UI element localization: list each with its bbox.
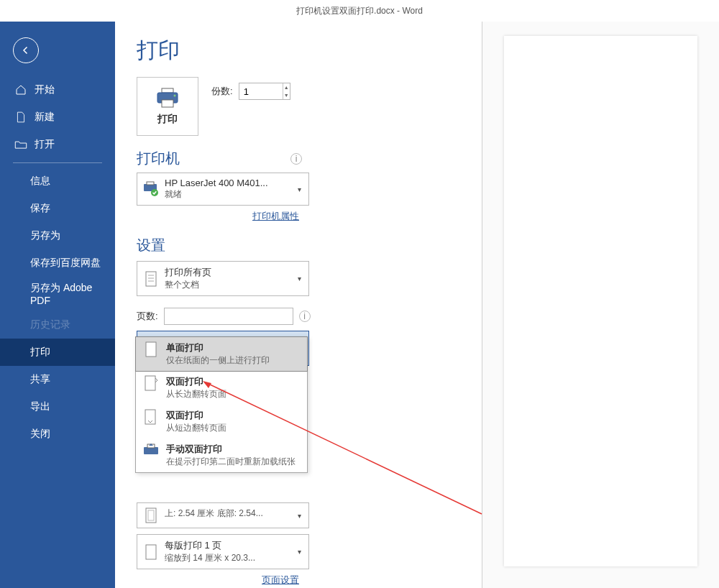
printer-dropdown[interactable]: HP LaserJet 400 M401... 就绪 ▾ (137, 173, 309, 206)
single-page-icon (142, 341, 160, 357)
printer-icon (155, 87, 180, 109)
copies-label: 份数: (211, 85, 233, 98)
sidebar-item-new[interactable]: 新建 (0, 104, 115, 131)
sidebar-item-home[interactable]: 开始 (0, 76, 115, 104)
sidebar-item-info[interactable]: 信息 (0, 167, 115, 195)
sidebar-item-close[interactable]: 关闭 (0, 421, 115, 448)
print-button[interactable]: 打印 (137, 77, 198, 136)
printer-heading: 打印机 (137, 149, 180, 168)
print-preview (482, 22, 719, 588)
sidebar-label: 新建 (35, 111, 55, 124)
sidebar-item-share[interactable]: 共享 (0, 366, 115, 393)
duplex-long-icon (142, 375, 160, 391)
pages-label: 页数: (137, 310, 158, 323)
backstage-sidebar: 开始 新建 打开 信息 保存 另存为 保存到百度网盘 另存为 Adobe PDF… (0, 22, 115, 588)
info-icon[interactable]: i (299, 311, 311, 322)
svg-rect-14 (146, 545, 156, 559)
sheet-icon (142, 539, 160, 564)
svg-point-3 (174, 95, 176, 97)
sides-option-duplex-long[interactable]: 双面打印从长边翻转页面 (136, 371, 307, 405)
print-button-label: 打印 (157, 113, 178, 126)
pages-per-sheet-dropdown[interactable]: 每版打印 1 页缩放到 14 厘米 x 20.3... ▾ (137, 534, 309, 569)
sidebar-item-save-baidu[interactable]: 保存到百度网盘 (0, 249, 115, 277)
sidebar-label: 打开 (35, 138, 55, 151)
chevron-down-icon: ▾ (294, 507, 304, 523)
sides-option-single[interactable]: 单面打印仅在纸面的一侧上进行打印 (135, 336, 308, 372)
margins-icon (142, 507, 160, 523)
svg-rect-5 (147, 182, 154, 185)
sidebar-item-print[interactable]: 打印 (0, 339, 115, 366)
sides-option-duplex-short[interactable]: 双面打印从短边翻转页面 (136, 405, 307, 438)
page-setup-link[interactable]: 页面设置 (137, 574, 299, 587)
document-icon (14, 111, 27, 124)
document-icon (142, 266, 160, 291)
svg-rect-17 (145, 410, 155, 424)
spinner-up[interactable]: ▲ (283, 83, 290, 91)
spinner-down[interactable]: ▼ (283, 91, 290, 99)
back-button[interactable] (13, 37, 39, 63)
svg-rect-0 (162, 88, 173, 93)
svg-rect-7 (146, 272, 156, 286)
svg-rect-16 (145, 376, 155, 390)
copies-input[interactable] (239, 86, 283, 97)
sides-dropdown-menu: 单面打印仅在纸面的一侧上进行打印 双面打印从长边翻转页面 双面打印从短边翻转页面… (135, 336, 308, 473)
sidebar-item-export[interactable]: 导出 (0, 393, 115, 421)
sides-option-manual-duplex[interactable]: 手动双面打印在提示打印第二面时重新加载纸张 (136, 438, 307, 472)
sidebar-item-history: 历史记录 (0, 311, 115, 339)
duplex-short-icon (142, 409, 160, 425)
info-icon[interactable]: i (290, 153, 302, 165)
print-scope-dropdown[interactable]: 打印所有页整个文档 ▾ (137, 261, 309, 296)
sidebar-label: 开始 (35, 83, 55, 96)
document-title: 打印机设置双面打印.docx - Word (296, 5, 423, 17)
home-icon (14, 83, 27, 96)
svg-rect-2 (162, 100, 173, 107)
sidebar-item-save[interactable]: 保存 (0, 195, 115, 222)
printer-status: 就绪 (165, 188, 294, 201)
printer-name: HP LaserJet 400 M401... (165, 178, 294, 188)
chevron-down-icon: ▾ (294, 178, 304, 201)
title-bar: 打印机设置双面打印.docx - Word (0, 0, 719, 22)
sidebar-item-save-adobe[interactable]: 另存为 Adobe PDF (0, 277, 115, 311)
sidebar-separator (13, 162, 102, 163)
print-panel: 打印 打印 份数: ▲▼ 打印机 i (115, 22, 475, 588)
page-title: 打印 (137, 36, 475, 65)
chevron-down-icon: ▾ (294, 539, 304, 564)
margins-dropdown[interactable]: 上: 2.54 厘米 底部: 2.54... ▾ (137, 502, 309, 528)
chevron-down-icon: ▾ (294, 266, 304, 291)
pages-input[interactable] (164, 308, 293, 325)
manual-duplex-icon (142, 443, 160, 457)
settings-heading: 设置 (137, 236, 165, 255)
preview-page (504, 36, 697, 566)
back-arrow-icon (19, 44, 32, 57)
printer-status-icon (142, 178, 160, 201)
copies-spinner[interactable]: ▲▼ (239, 83, 290, 100)
printer-properties-link[interactable]: 打印机属性 (137, 210, 299, 223)
sidebar-item-open[interactable]: 打开 (0, 131, 115, 158)
sidebar-item-saveas[interactable]: 另存为 (0, 222, 115, 249)
svg-rect-15 (146, 342, 156, 357)
folder-open-icon (14, 138, 27, 151)
